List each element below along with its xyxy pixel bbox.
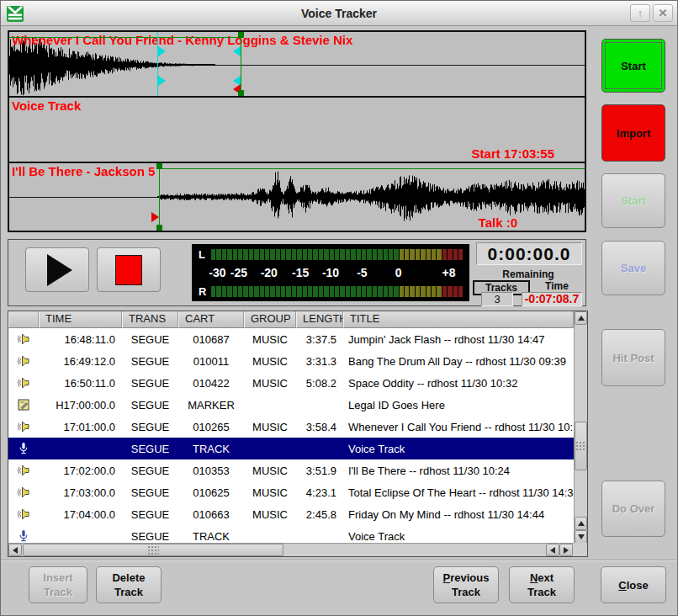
row-trans: SEGUE — [122, 377, 178, 390]
track-waveform-voicetrack[interactable]: Voice Track Start 17:03:55 — [9, 98, 585, 163]
column-header-time[interactable]: TIME — [39, 311, 122, 328]
shade-window-button[interactable]: ↑ — [630, 4, 650, 22]
row-cart: TRACK — [178, 530, 244, 543]
next-track-button[interactable]: NextTrack — [509, 566, 575, 603]
row-trans: SEGUE — [122, 530, 178, 543]
delete-track-button[interactable]: DeleteTrack — [96, 566, 162, 603]
start-marker-line[interactable] — [159, 163, 160, 231]
row-type-icon — [8, 486, 39, 499]
import-button[interactable]: Import — [601, 104, 665, 162]
start-button[interactable]: Start — [601, 39, 665, 93]
column-header-trans[interactable]: TRANS — [122, 311, 178, 328]
row-type-icon — [8, 442, 39, 455]
talk-marker-handle[interactable] — [158, 76, 166, 86]
scroll-up-button[interactable] — [575, 311, 587, 325]
scroll-left-button[interactable] — [546, 544, 559, 556]
row-cart: 010265 — [178, 421, 244, 433]
table-row[interactable]: 17:04:00.0 SEGUE 010663 MUSIC 2:45.8 Fri… — [8, 503, 574, 525]
previous-track-button[interactable]: PreviousTrack — [433, 566, 499, 603]
column-header-length[interactable]: LENGTH — [296, 311, 343, 328]
column-header-cart[interactable]: CART — [178, 311, 244, 328]
meter-scale-label: +8 — [442, 266, 456, 279]
row-time: 17:03:00.0 — [39, 486, 122, 499]
row-group: MUSIC — [244, 465, 296, 477]
elapsed-time-display: 0:00:00.0 — [476, 242, 582, 265]
scroll-down-button[interactable] — [575, 530, 587, 544]
row-cart: 010422 — [178, 377, 244, 390]
log-table: TIMETRANSCARTGROUPLENGTHTITLE 16:48:11.0… — [8, 311, 588, 557]
table-row[interactable]: H17:00:00.0 SEGUE MARKER Legal ID Goes H… — [8, 394, 574, 416]
row-group: MUSIC — [244, 486, 296, 499]
marker-handle-square[interactable] — [156, 163, 162, 169]
meter-scale: -30-25-20-15-10-50+8 — [211, 266, 463, 280]
row-time: 16:50:11.0 — [39, 377, 122, 390]
table-row[interactable]: 17:03:00.0 SEGUE 010625 MUSIC 4:23.1 Tot… — [8, 481, 574, 503]
log-rows: 16:48:11.0 SEGUE 010687 MUSIC 3:37.5 Jum… — [8, 328, 574, 544]
row-type-icon — [8, 354, 39, 368]
fade-line — [159, 168, 585, 169]
row-group: MUSIC — [244, 508, 296, 521]
remaining-time-label: Time — [532, 280, 582, 292]
row-length: 5:08.2 — [296, 377, 343, 390]
close-window-button[interactable]: ✕ — [653, 4, 673, 22]
column-header-title[interactable]: TITLE — [343, 311, 574, 328]
scroll-up-button[interactable] — [575, 517, 587, 530]
row-group: MUSIC — [244, 333, 296, 346]
row-trans: SEGUE — [122, 465, 178, 477]
marker-handle-square[interactable] — [238, 32, 244, 38]
stop-button[interactable] — [97, 247, 161, 292]
segue-marker-handle[interactable] — [233, 46, 241, 56]
horizontal-scroll-thumb[interactable] — [23, 544, 283, 556]
row-group: MUSIC — [244, 355, 296, 368]
track-waveform-previous[interactable]: Whenever I Call You Friend - Kenny Loggi… — [9, 32, 585, 98]
meter-scale-label: -30 — [209, 266, 225, 279]
row-title: Space Oddity -- rdhost 11/30 10:32 — [343, 377, 574, 390]
table-row[interactable]: 17:02:00.0 SEGUE 010353 MUSIC 3:51.9 I'l… — [8, 459, 574, 481]
table-row[interactable]: SEGUE TRACK Voice Track — [8, 525, 574, 544]
row-time: 17:02:00.0 — [39, 465, 122, 477]
speaker-icon — [17, 420, 30, 433]
table-row[interactable]: 17:01:00.0 SEGUE 010265 MUSIC 3:58.4 Whe… — [8, 416, 574, 438]
marker-handle-square[interactable] — [238, 90, 244, 96]
horizontal-scrollbar[interactable] — [8, 543, 574, 556]
scroll-left-button[interactable] — [8, 544, 22, 556]
start-marker-handle[interactable] — [151, 212, 159, 222]
titlebar: Voice Tracker ↑ ✕ — [1, 1, 677, 26]
meter-left-label: L — [199, 248, 211, 261]
meter-scale-label: -15 — [292, 266, 309, 279]
fade-line — [9, 37, 241, 38]
marker-handle-square[interactable] — [156, 225, 162, 231]
row-trans: SEGUE — [122, 508, 178, 521]
table-row[interactable]: 16:48:11.0 SEGUE 010687 MUSIC 3:37.5 Jum… — [8, 328, 574, 350]
vertical-scroll-thumb[interactable] — [575, 422, 587, 470]
table-row[interactable]: 16:50:11.0 SEGUE 010422 MUSIC 5:08.2 Spa… — [8, 372, 574, 394]
column-header-group[interactable]: GROUP — [244, 311, 296, 328]
note-marker-icon — [17, 398, 30, 412]
row-trans: SEGUE — [122, 399, 178, 412]
speaker-icon — [17, 376, 30, 390]
play-button[interactable] — [25, 247, 89, 292]
column-header-icon[interactable] — [8, 311, 39, 328]
row-type-icon — [8, 332, 39, 346]
row-time: 16:48:11.0 — [39, 333, 122, 346]
start-time-label: Start 17:03:55 — [472, 146, 554, 161]
close-button[interactable]: Close — [601, 566, 666, 603]
track-stack: Whenever I Call You Friend - Kenny Loggi… — [8, 30, 586, 232]
row-trans: SEGUE — [122, 333, 178, 346]
scroll-right-button[interactable] — [559, 544, 573, 556]
row-trans: SEGUE — [122, 486, 178, 499]
row-cart: 010011 — [178, 355, 244, 368]
row-length: 3:51.9 — [296, 465, 343, 477]
row-length: 3:31.3 — [296, 355, 343, 368]
talk-marker-handle[interactable] — [158, 46, 166, 56]
row-type-icon — [8, 464, 39, 477]
transport-panel: L -30-25-20-15-10-50+8 R 0:00:00.0 Remai… — [8, 239, 586, 306]
track-waveform-next[interactable]: I'll Be There - Jackson 5 Talk :0 — [9, 163, 585, 231]
remaining-tracks-value: 3 — [481, 292, 513, 306]
talk-marker-line[interactable] — [157, 32, 158, 96]
table-row[interactable]: SEGUE TRACK Voice Track — [8, 438, 574, 459]
table-row[interactable]: 16:49:12.0 SEGUE 010011 MUSIC 3:31.3 Ban… — [8, 350, 574, 372]
row-type-icon — [8, 507, 39, 521]
segue-marker-line[interactable] — [241, 32, 241, 96]
vertical-scrollbar[interactable] — [574, 311, 587, 544]
